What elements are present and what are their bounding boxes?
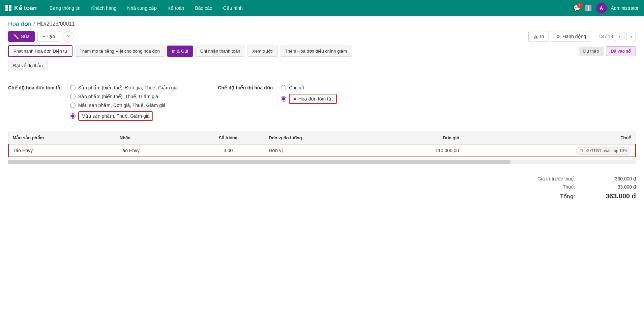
breadcrumb-separator: /: [33, 21, 35, 28]
them-hoa-don-button[interactable]: Thêm Hoá đơn điều chỉnh giảm: [280, 46, 352, 57]
breadcrumb: Hoá đơn / HD/2023/00011: [0, 16, 644, 28]
create-button[interactable]: + Tạo: [37, 31, 60, 42]
che-do-hoa-don-group: Chế độ hóa đơn tóm tắt Sản phẩm (biến th…: [8, 85, 177, 121]
toolbar-right: 🖨 In ⚙ Hành động 13 / 13 ‹ ›: [528, 31, 636, 42]
display-option-0[interactable]: Chi tiết: [281, 85, 337, 90]
cell-nhan: Táo Envy: [116, 144, 192, 157]
col-don-gia: Đơn giá: [377, 132, 463, 144]
nav-bang-thong-tin[interactable]: Bảng thông tin: [45, 3, 85, 13]
action-bar-1: Phát hành Hoá đơn Điện tử Thêm mô tả tiế…: [0, 45, 644, 57]
notification-badge: 1: [577, 3, 583, 8]
cell-thue: Thuế GTGT phải nộp 10%: [463, 144, 636, 157]
info-icon[interactable]: ℹ️: [585, 4, 592, 12]
help-button[interactable]: ?: [63, 31, 74, 42]
nav-nha-cung-cap[interactable]: Nhà cung cấp: [122, 3, 162, 13]
them-mo-ta-button[interactable]: Thêm mô tả tiếng Việt cho dòng hóa đơn: [75, 46, 165, 57]
settings-section: Chế độ hóa đơn tóm tắt Sản phẩm (biến th…: [0, 74, 644, 169]
action-button[interactable]: ⚙ Hành động: [551, 31, 591, 42]
invoice-table: Mẫu sản phẩm Nhãn Số lượng Đơn vị đo lườ…: [8, 132, 636, 157]
col-mau-san-pham: Mẫu sản phẩm: [8, 132, 116, 144]
topnav-menu: Bảng thông tin Khách hàng Nhà cung cấp K…: [45, 3, 570, 13]
che-do-label: Chế độ hóa đơn tóm tắt: [8, 85, 62, 121]
topnav: Kế toán Bảng thông tin Khách hàng Nhà cu…: [0, 0, 644, 16]
action-bar-2: Đặt về dự thảo: [0, 57, 644, 74]
totals-section: Giá trị trước thuế: 330.000 đ Thuế: 33.0…: [0, 169, 644, 207]
cell-mau-san-pham: Táo Envy: [8, 144, 116, 157]
scrollbar-area: [8, 160, 636, 164]
col-so-luong: Số lượng: [192, 132, 265, 144]
hien-thi-label: Chế độ hiển thị hóa đơn: [218, 85, 273, 121]
grand-total-label: Tổng:: [521, 193, 575, 200]
radio-option-1[interactable]: Sản phẩm (biến thể), Thuế, Giảm giá: [70, 94, 178, 99]
nav-cau-hinh[interactable]: Cấu hình: [218, 3, 247, 13]
tax-row: Thuế: 33.000 đ: [521, 184, 636, 190]
cell-so-luong: 3,00: [192, 144, 265, 157]
phat-hanh-button[interactable]: Phát hành Hoá đơn Điện tử: [8, 45, 72, 57]
print-button[interactable]: 🖨 In: [528, 31, 549, 42]
cell-don-vi: Đơn vị: [265, 144, 377, 157]
pencil-icon: ✏️: [13, 34, 19, 39]
col-nhan: Nhãn: [116, 132, 192, 144]
avatar[interactable]: A: [596, 3, 607, 13]
che-do-hien-thi-group: Chế độ hiển thị hóa đơn Chi tiết ● Hóa đ…: [218, 85, 337, 121]
table-body: Táo Envy Táo Envy 3,00 Đơn vị 110.000,00…: [8, 144, 636, 157]
radio-option-2[interactable]: Mẫu sản phẩm, Đơn giá, Thuế, Giảm giá: [70, 103, 178, 108]
tax-label: Thuế:: [521, 184, 575, 190]
settings-row: Chế độ hóa đơn tóm tắt Sản phẩm (biến th…: [8, 80, 636, 126]
print-icon: 🖨: [533, 34, 538, 39]
breadcrumb-parent[interactable]: Hoá đơn: [8, 20, 31, 28]
prev-arrow[interactable]: ‹: [615, 32, 624, 41]
radio-option-3[interactable]: Mẫu sản phẩm, Thuế, Giảm giá: [70, 111, 178, 121]
next-arrow[interactable]: ›: [626, 32, 636, 41]
nav-bao-cao[interactable]: Báo cáo: [190, 3, 217, 13]
active-status: Đã vào sổ: [606, 46, 636, 56]
topnav-right: 💬 1 ℹ️ A Administrator: [573, 3, 639, 13]
pagination-label: 13 / 13: [598, 34, 613, 39]
display-option-1[interactable]: ● Hóa đơn tóm tắt: [281, 94, 337, 104]
breadcrumb-current: HD/2023/00011: [37, 21, 75, 27]
pre-tax-label: Giá trị trước thuế:: [521, 176, 575, 181]
radio-group: Sản phẩm (biến thể), Đơn giá, Thuế, Giảm…: [70, 85, 178, 121]
draft-status: Dự thảo: [579, 47, 604, 56]
nav-ke-toan[interactable]: Kế toán: [163, 3, 189, 13]
gear-icon: ⚙: [556, 34, 560, 39]
pre-tax-row: Giá trị trước thuế: 330.000 đ: [521, 176, 636, 181]
grand-total-row: Tổng: 363.000 đ: [521, 192, 636, 200]
pre-tax-value: 330.000 đ: [602, 176, 636, 181]
table-header: Mẫu sản phẩm Nhãn Số lượng Đơn vị đo lườ…: [8, 132, 636, 144]
ghi-nhan-button[interactable]: Ghi nhận thanh toán: [195, 46, 245, 57]
app-logo[interactable]: Kế toán: [5, 4, 37, 12]
grid-icon: [5, 5, 11, 11]
in-gui-button[interactable]: In & Gửi: [167, 46, 193, 57]
tax-badge: Thuế GTGT phải nộp 10%: [576, 147, 631, 155]
col-don-vi: Đơn vị đo lường: [265, 132, 377, 144]
display-radio-group: Chi tiết ● Hóa đơn tóm tắt: [281, 85, 337, 121]
grand-total-value: 363.000 đ: [602, 192, 636, 200]
table-row[interactable]: Táo Envy Táo Envy 3,00 Đơn vị 110.000,00…: [8, 144, 636, 157]
page-content: Hoá đơn / HD/2023/00011 ✏️ Sửa + Tạo ? 🖨…: [0, 16, 644, 336]
nav-khach-hang[interactable]: Khách hàng: [87, 3, 121, 13]
edit-button[interactable]: ✏️ Sửa: [8, 31, 35, 42]
dat-ve-button[interactable]: Đặt về dự thảo: [8, 60, 48, 71]
xem-truoc-button[interactable]: Xem trước: [247, 46, 278, 57]
tax-value: 33.000 đ: [602, 184, 636, 190]
toolbar: ✏️ Sửa + Tạo ? 🖨 In ⚙ Hành động 13 / 13 …: [0, 28, 644, 45]
invoice-table-container: Mẫu sản phẩm Nhãn Số lượng Đơn vị đo lườ…: [8, 126, 636, 157]
radio-option-0[interactable]: Sản phẩm (biến thể), Đơn giá, Thuế, Giảm…: [70, 85, 178, 90]
cell-don-gia: 110.000,00: [377, 144, 463, 157]
col-thue: Thuế: [463, 132, 636, 144]
app-name: Kế toán: [14, 4, 37, 12]
chat-icon[interactable]: 💬 1: [573, 4, 581, 12]
admin-label[interactable]: Administrator: [611, 5, 639, 11]
